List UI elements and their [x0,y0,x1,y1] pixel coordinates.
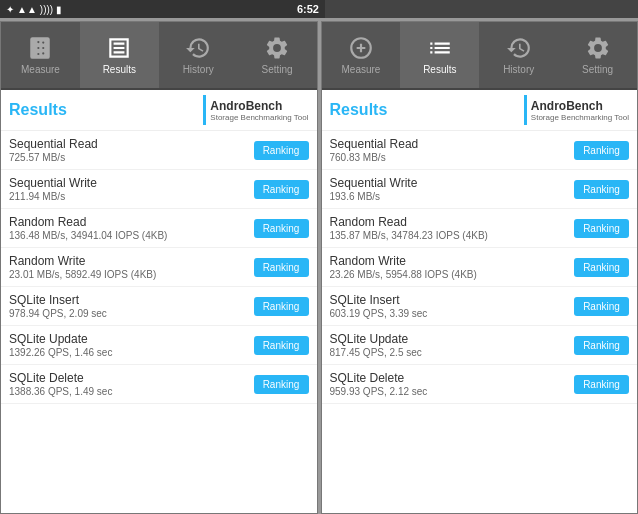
ranking-button[interactable]: Ranking [574,336,629,355]
setting-label-right: Setting [582,64,613,75]
table-row: Random Read136.48 MB/s, 34941.04 IOPS (4… [1,209,317,248]
setting-icon-left [264,35,290,61]
nav-item-measure-right[interactable]: Measure [322,22,401,88]
table-row: SQLite Insert603.19 QPS, 3.39 secRanking [322,287,638,326]
ranking-button[interactable]: Ranking [254,375,309,394]
history-label-right: History [503,64,534,75]
nav-item-history-left[interactable]: History [159,22,238,88]
history-icon-left [185,35,211,61]
result-value: 136.48 MB/s, 34941.04 IOPS (4KB) [9,230,254,241]
result-name: SQLite Insert [9,293,254,307]
result-name: SQLite Update [330,332,575,346]
result-info: SQLite Delete1388.36 QPS, 1.49 sec [9,371,254,397]
result-name: SQLite Update [9,332,254,346]
table-row: SQLite Delete959.93 QPS, 2.12 secRanking [322,365,638,404]
result-name: Random Read [330,215,575,229]
nav-item-setting-right[interactable]: Setting [558,22,637,88]
results-icon [106,35,132,61]
result-value: 603.19 QPS, 3.39 sec [330,308,575,319]
ranking-button[interactable]: Ranking [574,141,629,160]
result-info: SQLite Insert603.19 QPS, 3.39 sec [330,293,575,319]
left-logo: AndroBench Storage Benchmarking Tool [203,95,308,125]
logo-sub-right: Storage Benchmarking Tool [531,113,629,122]
nav-item-setting-left[interactable]: Setting [238,22,317,88]
status-icons-left: ✦ ▲▲ )))) ▮ [6,4,62,15]
right-nav: Measure Results History Setting [322,22,638,90]
result-name: SQLite Delete [9,371,254,385]
ranking-button[interactable]: Ranking [254,141,309,160]
results-label-right: Results [423,64,456,75]
result-value: 760.83 MB/s [330,152,575,163]
result-name: Random Write [330,254,575,268]
result-value: 23.26 MB/s, 5954.88 IOPS (4KB) [330,269,575,280]
logo-bar-left [203,95,206,125]
result-name: SQLite Insert [330,293,575,307]
ranking-button[interactable]: Ranking [254,336,309,355]
left-screen: Measure Results History Setting R [0,21,318,514]
right-results-area: Results AndroBench Storage Benchmarking … [322,90,638,513]
result-value: 23.01 MB/s, 5892.49 IOPS (4KB) [9,269,254,280]
wifi-icon: )))) [40,4,53,15]
right-results-header: Results AndroBench Storage Benchmarking … [322,90,638,131]
table-row: Random Read135.87 MB/s, 34784.23 IOPS (4… [322,209,638,248]
result-info: Random Read135.87 MB/s, 34784.23 IOPS (4… [330,215,575,241]
table-row: SQLite Update1392.26 QPS, 1.46 secRankin… [1,326,317,365]
left-results-title: Results [9,101,67,119]
left-results-header: Results AndroBench Storage Benchmarking … [1,90,317,131]
status-time: 6:52 [297,3,319,15]
result-info: Random Write23.01 MB/s, 5892.49 IOPS (4K… [9,254,254,280]
result-name: Random Write [9,254,254,268]
table-row: Random Write23.01 MB/s, 5892.49 IOPS (4K… [1,248,317,287]
logo-main-right: AndroBench [531,99,629,113]
result-value: 1392.26 QPS, 1.46 sec [9,347,254,358]
ranking-button[interactable]: Ranking [254,180,309,199]
result-value: 1388.36 QPS, 1.49 sec [9,386,254,397]
table-row: Sequential Write193.6 MB/sRanking [322,170,638,209]
left-nav: Measure Results History Setting [1,22,317,90]
ranking-button[interactable]: Ranking [254,297,309,316]
history-label-left: History [183,64,214,75]
bluetooth-icon: ✦ [6,4,14,15]
right-screen: Measure Results History Setting R [321,21,639,514]
ranking-button[interactable]: Ranking [574,258,629,277]
setting-icon-right [585,35,611,61]
measure-label-right: Measure [341,64,380,75]
measure-icon-right [348,35,374,61]
ranking-button[interactable]: Ranking [574,375,629,394]
logo-bar-right [524,95,527,125]
ranking-button[interactable]: Ranking [254,258,309,277]
result-info: Random Read136.48 MB/s, 34941.04 IOPS (4… [9,215,254,241]
result-info: Sequential Write211.94 MB/s [9,176,254,202]
setting-label-left: Setting [261,64,292,75]
result-name: Random Read [9,215,254,229]
result-value: 817.45 QPS, 2.5 sec [330,347,575,358]
result-name: Sequential Read [9,137,254,151]
result-value: 135.87 MB/s, 34784.23 IOPS (4KB) [330,230,575,241]
result-info: Random Write23.26 MB/s, 5954.88 IOPS (4K… [330,254,575,280]
table-row: SQLite Update817.45 QPS, 2.5 secRanking [322,326,638,365]
right-results-title: Results [330,101,388,119]
signal-icon: ▲▲ [17,4,37,15]
table-row: Sequential Read725.57 MB/sRanking [1,131,317,170]
nav-item-history-right[interactable]: History [479,22,558,88]
result-value: 978.94 QPS, 2.09 sec [9,308,254,319]
result-info: SQLite Delete959.93 QPS, 2.12 sec [330,371,575,397]
table-row: Sequential Write211.94 MB/sRanking [1,170,317,209]
left-results-list: Sequential Read725.57 MB/sRankingSequent… [1,131,317,513]
nav-item-results-right[interactable]: Results [400,22,479,88]
measure-label-left: Measure [21,64,60,75]
ranking-button[interactable]: Ranking [254,219,309,238]
result-info: SQLite Insert978.94 QPS, 2.09 sec [9,293,254,319]
results-icon-right [427,35,453,61]
ranking-button[interactable]: Ranking [574,219,629,238]
ranking-button[interactable]: Ranking [574,297,629,316]
result-info: Sequential Write193.6 MB/s [330,176,575,202]
result-info: Sequential Read725.57 MB/s [9,137,254,163]
table-row: Random Write23.26 MB/s, 5954.88 IOPS (4K… [322,248,638,287]
result-value: 725.57 MB/s [9,152,254,163]
ranking-button[interactable]: Ranking [574,180,629,199]
result-value: 211.94 MB/s [9,191,254,202]
nav-item-results-left[interactable]: Results [80,22,159,88]
nav-item-measure-left[interactable]: Measure [1,22,80,88]
result-name: Sequential Write [9,176,254,190]
